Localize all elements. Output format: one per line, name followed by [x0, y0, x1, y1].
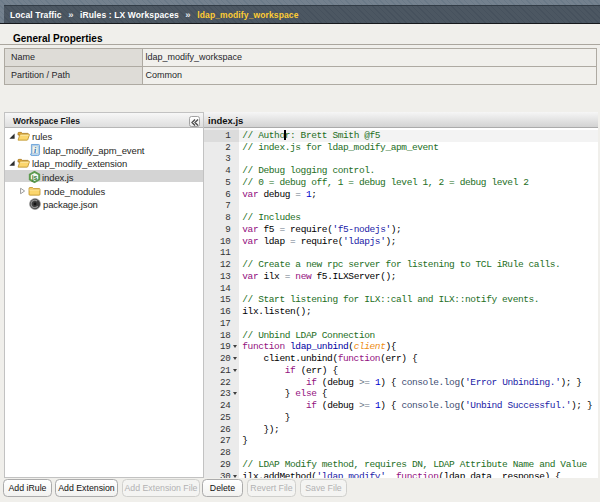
svg-text:js: js — [31, 173, 38, 181]
